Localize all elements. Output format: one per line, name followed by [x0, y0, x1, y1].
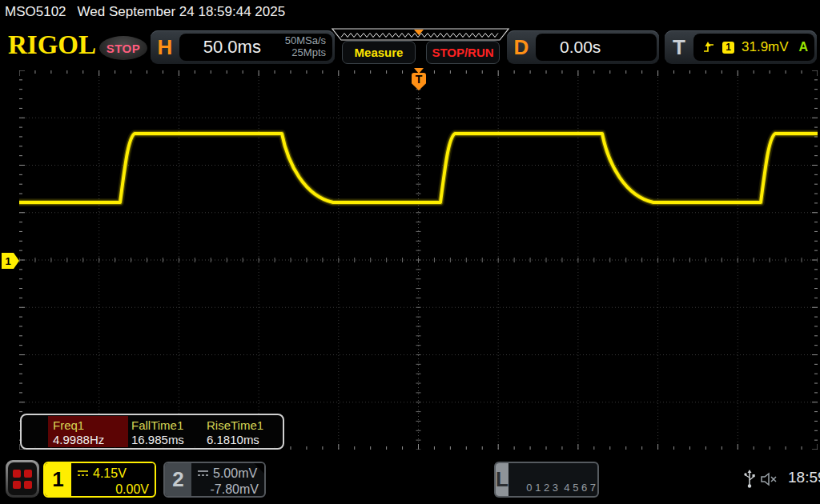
channel-1-number: 1 — [45, 463, 71, 496]
measurement-panel: Freq1 4.9988Hz FallTime1 16.985ms RiseTi… — [20, 414, 284, 450]
datetime-text: Wed September 24 18:59:44 2025 — [78, 4, 286, 20]
channel-1-position-marker[interactable]: 1 — [2, 253, 19, 269]
channel-1-corner-notch — [144, 463, 155, 474]
waveform-display-area — [19, 70, 818, 450]
trigger-level-value: 31.9mV — [742, 39, 789, 55]
clock-display: 18:59 — [788, 469, 820, 486]
trigger-marker-arrow — [414, 68, 424, 74]
memory-ribbon-graphic — [331, 28, 510, 42]
trigger-marker-letter: T — [416, 73, 423, 86]
channel-2-offset: -7.80mV — [197, 482, 259, 498]
quick-menu-icon — [8, 462, 37, 495]
stop-run-button[interactable]: STOP/RUN — [426, 41, 500, 64]
waveform-trace — [19, 70, 818, 450]
horizontal-label: H — [151, 35, 179, 60]
channel-1-scale: 4.15V — [93, 466, 127, 482]
dc-coupling-icon — [77, 469, 89, 478]
channel-1-marker-label: 1 — [5, 255, 10, 267]
channel-2-status-block[interactable]: 2 5.00mV -7.80mV — [163, 462, 266, 498]
timebase-value: 50.0ms — [179, 37, 285, 58]
measure-button[interactable]: Measure — [342, 41, 416, 64]
usb-icon — [743, 470, 756, 489]
trigger-source-badge: 1 — [722, 42, 734, 54]
delay-settings-block[interactable]: D 0.00s — [507, 30, 659, 64]
trigger-settings-block[interactable]: T 1 31.9mV A — [665, 30, 817, 64]
memory-position-ribbon[interactable] — [331, 28, 510, 42]
channel-2-number: 2 — [165, 463, 191, 496]
measurement-value: 4.9988Hz — [53, 433, 104, 446]
speaker-muted-icon — [760, 471, 781, 487]
sample-rate-memdepth: 50MSa/s 25Mpts — [285, 35, 332, 59]
trigger-position-marker[interactable]: T — [411, 68, 427, 94]
title-bar: MSO5102 Wed September 24 18:59:44 2025 — [0, 0, 820, 24]
dc-coupling-icon — [197, 469, 209, 478]
logic-analyzer-label: L — [496, 463, 508, 496]
channel-2-corner-notch — [254, 463, 264, 474]
horizontal-settings-block[interactable]: H 50.0ms 50MSa/s 25Mpts — [151, 30, 335, 64]
sample-rate: 50MSa/s — [285, 34, 326, 46]
measurement-label: Freq1 — [53, 418, 84, 432]
rising-edge-icon — [703, 41, 715, 54]
trigger-sweep-mode: A — [796, 40, 809, 54]
channel-2-scale: 5.00mV — [213, 466, 257, 482]
quick-menu-button[interactable] — [6, 460, 39, 498]
measurement-label: RiseTime1 — [207, 418, 263, 432]
rigol-logo: RIGOL — [8, 30, 96, 60]
digital-channels-row1: 0 1 2 3 4 5 6 7 — [526, 482, 596, 494]
measurement-value: 6.1810ms — [207, 433, 259, 446]
delay-value: 0.00s — [536, 38, 601, 57]
measurement-label: FallTime1 — [131, 418, 183, 432]
channel-1-status-block[interactable]: 1 4.15V 0.00V — [43, 462, 156, 498]
acquisition-status-badge: STOP — [99, 36, 147, 60]
memory-depth: 25Mpts — [291, 46, 326, 58]
measurement-value: 16.985ms — [131, 433, 184, 446]
model-name: MSO5102 — [5, 4, 66, 20]
channel-1-offset: 0.00V — [77, 482, 149, 498]
delay-label: D — [507, 35, 536, 60]
logic-analyzer-status-block[interactable]: L 0 1 2 3 4 5 6 7 8 9 1011 12131415 — [494, 462, 599, 498]
trigger-label: T — [665, 35, 693, 60]
